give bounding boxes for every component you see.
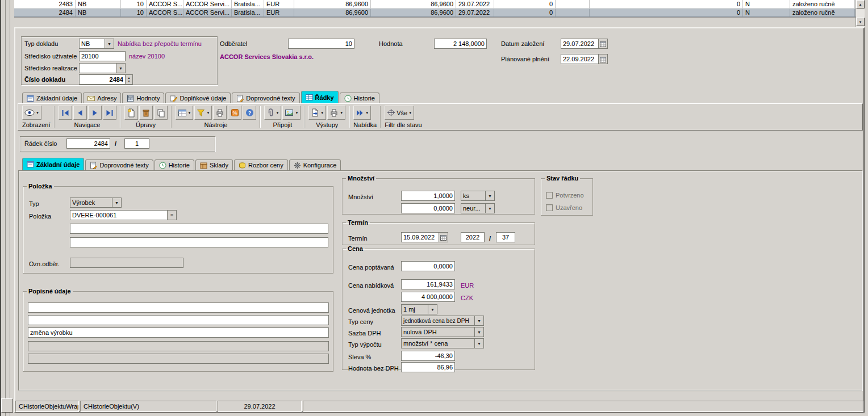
jednotka-dropdown-button[interactable]: ▼ xyxy=(428,304,437,314)
cislo-dokladu-field[interactable]: ▲▼ xyxy=(79,74,133,85)
tab-detail-historie[interactable]: Historie xyxy=(155,159,194,170)
new-row-button[interactable] xyxy=(124,106,138,120)
termin-date-input[interactable] xyxy=(401,232,439,242)
datum-zalozeni-field[interactable] xyxy=(561,39,608,49)
tab-radky[interactable]: Řádky xyxy=(301,91,339,103)
hodnota-field[interactable] xyxy=(434,39,487,49)
cena-nabidkova-field[interactable] xyxy=(401,279,455,289)
typ-ceny-dropdown-button[interactable]: ▼ xyxy=(475,316,484,326)
row-order-field[interactable] xyxy=(124,138,149,149)
row-order-input[interactable] xyxy=(124,138,149,149)
uzavreno-checkbox[interactable] xyxy=(546,204,553,211)
typ-vypoctu-dropdown-button[interactable]: ▼ xyxy=(475,338,484,348)
polozka-field[interactable]: ≡ xyxy=(70,210,177,220)
row-number-field[interactable] xyxy=(66,138,110,149)
cena-poptavana-field[interactable] xyxy=(401,261,455,271)
termin-year-input[interactable] xyxy=(461,232,485,242)
termin-year-field[interactable] xyxy=(461,232,485,242)
sazba-dph-dropdown-button[interactable]: ▼ xyxy=(475,327,484,337)
attach-button[interactable]: ▼ xyxy=(264,106,281,120)
grid-row-selected[interactable]: 2484 NB 10 ACCOR S... ACCOR Servi... Bra… xyxy=(14,9,856,17)
mnozstvi-unit2-combo[interactable]: ▼ xyxy=(461,203,495,213)
tab-detail-rozbor-ceny[interactable]: Rozbor ceny xyxy=(234,159,288,170)
polozka-name2-input[interactable] xyxy=(70,237,328,247)
tab-detail-zakladni-udaje[interactable]: Základní údaje xyxy=(22,158,84,170)
stredisko-realizace-combo[interactable]: ▼ xyxy=(79,63,126,73)
typ-input[interactable] xyxy=(70,198,112,208)
copy-row-button[interactable] xyxy=(154,106,168,120)
datum-zalozeni-input[interactable] xyxy=(561,39,599,49)
typ-combo[interactable]: ▼ xyxy=(70,198,122,208)
stredisko-realizace-dropdown-button[interactable]: ▼ xyxy=(116,63,126,73)
tab-detail-konfigurace[interactable]: Konfigurace xyxy=(289,159,341,170)
sleva-input[interactable] xyxy=(401,351,455,361)
cena-nabidkova-czk-input[interactable] xyxy=(401,292,455,302)
popis-input-3[interactable] xyxy=(28,327,329,338)
planovane-plneni-input[interactable] xyxy=(561,54,599,64)
polozka-name-input[interactable] xyxy=(70,224,328,234)
popis-input-5[interactable] xyxy=(28,354,329,364)
odberatel-input[interactable] xyxy=(288,39,354,49)
output-print-button[interactable]: ▼ xyxy=(327,106,345,120)
prev-record-button[interactable] xyxy=(73,106,87,120)
hodnota-bez-dph-field[interactable] xyxy=(401,362,455,372)
termin-calendar-button[interactable] xyxy=(439,232,448,242)
menu-button[interactable]: ▼ xyxy=(353,106,371,120)
view-button[interactable]: ▼ xyxy=(22,106,41,120)
hodnota-input[interactable] xyxy=(434,39,487,49)
unit1-dropdown-button[interactable]: ▼ xyxy=(486,191,495,201)
mnozstvi-unit1-combo[interactable]: ▼ xyxy=(461,191,495,201)
termin-week-field[interactable] xyxy=(496,232,515,242)
tab-zakladni-udaje[interactable]: Základní údaje xyxy=(22,93,82,103)
cenova-jednotka-input[interactable] xyxy=(401,304,428,314)
last-record-button[interactable] xyxy=(103,106,116,120)
typ-ceny-combo[interactable]: ▼ xyxy=(401,316,484,326)
popis-line-2[interactable] xyxy=(28,315,329,325)
calc-button[interactable]: % xyxy=(228,106,241,120)
grid-scrollbar[interactable]: ▲ ▼ xyxy=(856,0,865,27)
odberatel-field[interactable] xyxy=(288,39,354,49)
help-button[interactable]: ? xyxy=(243,106,256,120)
attach-image-button[interactable]: ▼ xyxy=(282,106,301,120)
mnozstvi-qty2-field[interactable] xyxy=(401,203,455,213)
sleva-field[interactable] xyxy=(401,351,455,361)
mnozstvi-qty1-input[interactable] xyxy=(401,191,455,201)
unit2-dropdown-button[interactable]: ▼ xyxy=(486,203,495,213)
scroll-up-button[interactable]: ▲ xyxy=(856,0,865,9)
mnozstvi-qty2-input[interactable] xyxy=(401,203,455,213)
tab-doplnkove-udaje[interactable]: Doplňkové údaje xyxy=(165,93,231,103)
tab-adresy[interactable]: Adresy xyxy=(83,93,121,103)
cena-poptavana-input[interactable] xyxy=(401,261,455,271)
polozka-name-field[interactable] xyxy=(70,224,328,234)
popis-line-4[interactable] xyxy=(28,341,329,351)
mnozstvi-unit2-input[interactable] xyxy=(461,203,486,213)
termin-week-input[interactable] xyxy=(496,232,515,242)
cislo-dokladu-spinner[interactable]: ▲▼ xyxy=(126,74,133,85)
typ-vypoctu-input[interactable] xyxy=(401,338,475,348)
sazba-dph-input[interactable] xyxy=(401,327,475,337)
typ-vypoctu-combo[interactable]: ▼ xyxy=(401,338,484,348)
stredisko-realizace-input[interactable] xyxy=(79,63,116,73)
scroll-down-button[interactable]: ▼ xyxy=(856,18,865,26)
typ-dropdown-button[interactable]: ▼ xyxy=(112,198,122,208)
grid-row[interactable]: 2483 NB 10 ACCOR S... ACCOR Servi... Bra… xyxy=(14,0,856,9)
typ-dokladu-combo[interactable]: ▼ xyxy=(79,39,114,49)
ozn-odber-field[interactable] xyxy=(70,258,183,268)
mnozstvi-qty1-field[interactable] xyxy=(401,191,455,201)
typ-ceny-input[interactable] xyxy=(401,316,475,326)
cislo-dokladu-input[interactable] xyxy=(79,74,126,85)
cena-nabidkova-input[interactable] xyxy=(401,279,455,289)
next-record-button[interactable] xyxy=(88,106,102,120)
popis-line-5[interactable] xyxy=(28,354,329,364)
export-button[interactable]: ▼ xyxy=(308,106,326,120)
stredisko-uzivatele-field[interactable] xyxy=(79,51,126,61)
typ-dokladu-dropdown-button[interactable]: ▼ xyxy=(105,39,114,49)
polozka-name2-field[interactable] xyxy=(70,237,328,247)
row-number-input[interactable] xyxy=(66,138,110,149)
ozn-odber-input[interactable] xyxy=(70,258,183,268)
popis-line-3[interactable] xyxy=(28,327,329,338)
cena-nabidkova-czk-field[interactable] xyxy=(401,292,455,302)
print-button[interactable] xyxy=(213,106,227,120)
planovane-plneni-calendar-button[interactable] xyxy=(599,54,608,64)
planovane-plneni-field[interactable] xyxy=(561,54,608,64)
